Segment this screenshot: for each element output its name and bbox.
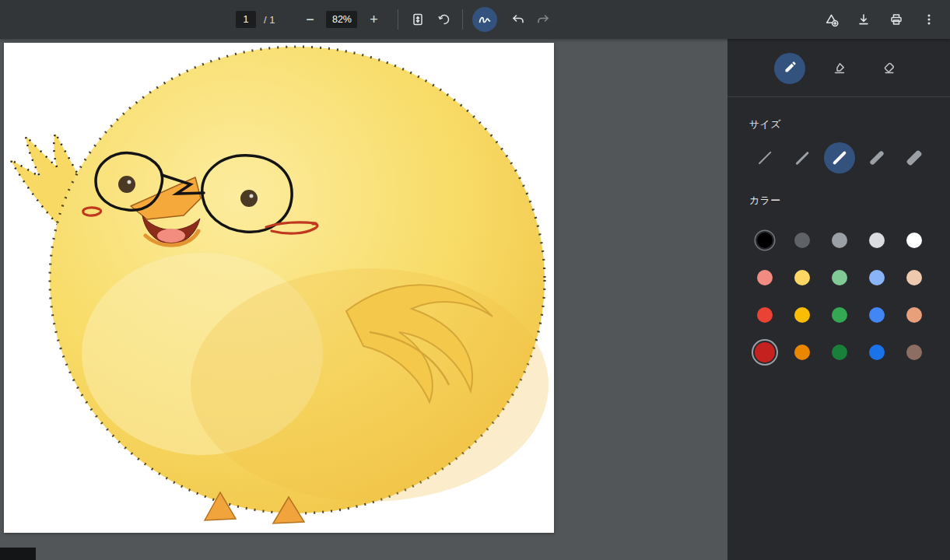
color-dot [757,307,773,323]
color-dot [757,270,773,285]
pen-tool-button[interactable] [774,53,805,84]
color-swatch-black[interactable] [749,225,780,256]
color-swatch-brown[interactable] [899,337,930,368]
color-dot [832,233,847,248]
stroke-size-option-5[interactable] [899,142,930,173]
undo-button[interactable] [508,9,528,30]
color-dot [832,345,847,360]
page-number-input[interactable] [236,11,256,28]
color-dot [832,270,847,285]
save-to-drive-icon [824,12,839,27]
color-swatch-blue-dark[interactable] [861,337,892,368]
undo-icon [511,12,525,26]
stroke-sample [795,151,808,164]
page-total-label: / 1 [264,14,275,26]
pen-icon [783,61,797,77]
pdf-toolbar: / 1 − 82% + [0,0,950,39]
stroke-size-option-4[interactable] [861,142,892,173]
color-section-label: カラー [727,173,950,208]
color-dot [869,233,885,248]
stroke-sample [869,150,885,166]
color-swatch-yellow[interactable] [787,299,818,331]
stroke-sample [833,151,847,165]
color-swatch-tan[interactable] [899,299,930,331]
eraser-icon [882,61,896,77]
more-options-button[interactable] [919,9,939,30]
eraser-tool-button[interactable] [874,53,905,84]
color-dot [906,233,922,248]
zoom-in-button[interactable]: + [363,9,384,30]
color-dot [906,307,922,323]
color-swatch-green-dark[interactable] [824,337,855,368]
print-button[interactable] [886,9,906,30]
rotate-counterclockwise-icon [437,12,451,26]
color-swatch-red-dark-selected[interactable] [749,337,780,368]
color-swatch-grey[interactable] [824,225,855,256]
download-button[interactable] [854,9,874,30]
toolbar-divider [398,9,398,30]
pdf-page[interactable] [4,43,554,533]
download-icon [857,12,871,26]
color-dot [794,233,810,248]
color-swatch-blue[interactable] [861,299,892,331]
fit-to-page-icon [411,12,425,26]
color-dot [869,345,885,360]
color-dot [869,270,885,285]
stroke-size-row [727,131,950,173]
redo-icon [536,12,550,26]
color-dot [757,233,773,248]
color-dot [794,345,810,360]
stroke-size-option-3[interactable] [824,142,855,173]
color-swatch-red[interactable] [749,299,780,331]
color-swatch-tan-light[interactable] [899,262,930,293]
redo-button[interactable] [533,9,553,30]
chick-illustration [4,43,554,533]
color-dot [794,270,810,285]
print-icon [889,12,903,26]
color-dot [869,307,885,323]
stroke-sample [906,149,922,166]
size-section-label: サイズ [727,97,950,131]
annotate-ink-button[interactable] [472,7,497,32]
color-dot [906,270,922,285]
fit-to-page-button[interactable] [408,9,428,30]
color-dot [794,307,810,323]
color-swatch-white[interactable] [899,225,930,256]
color-dot [906,345,922,360]
horizontal-scrollbar-thumb[interactable] [0,548,36,560]
toolbar-left-group: / 1 − 82% + [236,0,553,39]
toolbar-divider [462,9,463,30]
highlighter-icon [833,61,847,77]
rotate-button[interactable] [434,9,454,30]
highlighter-tool-button[interactable] [824,53,855,84]
stroke-size-option-2[interactable] [787,142,818,173]
zoom-out-button[interactable]: − [300,9,320,30]
save-to-drive-button[interactable] [821,9,841,30]
color-palette [727,208,950,368]
color-swatch-grey-light[interactable] [861,225,892,256]
color-swatch-red-light[interactable] [749,262,780,293]
kebab-menu-icon [922,12,936,26]
stroke-size-option-1[interactable] [749,142,780,173]
color-swatch-orange[interactable] [787,337,818,368]
color-swatch-grey-dark[interactable] [787,225,818,256]
color-dot [832,307,847,323]
zoom-level-value[interactable]: 82% [326,11,357,28]
annotation-tools-row [727,39,950,84]
color-swatch-green[interactable] [824,299,855,331]
ink-squiggle-icon [478,12,492,26]
color-swatch-blue-light[interactable] [861,262,892,293]
color-dot [755,342,775,362]
stroke-sample [759,152,772,165]
document-viewer [0,39,727,560]
color-swatch-yellow-light[interactable] [787,262,818,293]
color-swatch-green-light[interactable] [824,262,855,293]
annotation-sidebar: サイズ カラー [727,39,950,560]
toolbar-right-group [821,0,939,39]
